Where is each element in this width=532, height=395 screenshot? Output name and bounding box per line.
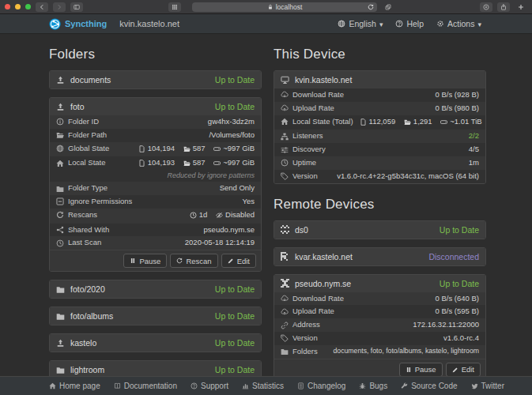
edit-button[interactable]: Edit <box>446 363 481 377</box>
folder-icon <box>56 285 65 294</box>
pause-button[interactable]: Pause <box>123 254 167 268</box>
status-badge: Disconnected <box>428 252 479 261</box>
home-icon <box>56 160 64 167</box>
back-button[interactable] <box>36 2 48 12</box>
url-text: localhost <box>276 3 303 11</box>
downloads-button[interactable] <box>480 2 492 12</box>
device-row-pseudo[interactable]: pseudo.nym.se Up to Date <box>274 275 485 292</box>
devices-column: This Device kvin.kastelo.net Download Ra… <box>274 42 486 395</box>
share-button[interactable] <box>497 2 510 12</box>
folder-panel-foto-2020: foto/2020 Up to Date <box>49 280 262 299</box>
device-row-kvar[interactable]: kvar.kastelo.net Disconnected <box>274 248 485 265</box>
browser-chrome: localhost <box>0 0 532 14</box>
pause-button[interactable]: Pause <box>399 363 443 377</box>
detail-row-folder-path: Folder Path /Volumes/foto <box>50 129 261 142</box>
device-panel-pseudo: pseudo.nym.se Up to Date Download Rate 0… <box>274 274 486 381</box>
sliders-icon <box>281 146 289 154</box>
syncthing-logo-icon <box>49 18 61 30</box>
forward-button[interactable] <box>53 2 66 12</box>
globe-icon <box>338 20 345 28</box>
lock-icon <box>267 4 274 10</box>
send-only-folder-icon <box>56 103 65 111</box>
bar-chart-icon <box>242 382 249 389</box>
home-icon <box>281 118 289 126</box>
home-icon <box>49 382 56 389</box>
remote-devices-section-title: Remote Devices <box>274 197 486 213</box>
clock-icon <box>56 239 64 247</box>
foto-panel-actions: Pause Rescan Edit <box>50 250 261 271</box>
footer-link-home-page[interactable]: Home page <box>49 382 100 390</box>
footer-link-twitter[interactable]: Twitter <box>471 382 504 390</box>
rescan-button[interactable]: Rescan <box>170 254 217 268</box>
new-window-button[interactable] <box>382 2 394 12</box>
pause-icon <box>130 258 136 264</box>
detail-row-discovery: Discovery 4/5 <box>274 143 485 156</box>
device-identicon <box>281 252 289 261</box>
cloud-upload-icon <box>281 104 289 112</box>
folder-row-kastelo[interactable]: kastelo Up to Date <box>50 334 261 352</box>
send-only-folder-icon <box>56 76 65 85</box>
reduced-note: Reduced by ignore patterns <box>132 171 255 180</box>
question-icon <box>395 20 403 28</box>
this-device-panel: kvin.kastelo.net Download Rate 0 B/s (92… <box>274 70 486 184</box>
sidebar-toggle-button[interactable] <box>70 2 83 12</box>
language-menu[interactable]: English <box>338 19 383 28</box>
detail-row-rescans: Rescans 1d Disabled <box>50 209 261 224</box>
status-badge: Up to Date <box>215 102 255 111</box>
pencil-icon <box>452 367 458 373</box>
detail-row-version: Version v1.6.0-rc.4 <box>274 332 485 345</box>
globe-icon <box>56 145 64 152</box>
detail-row-address: Address 172.16.32.11:22000 <box>274 318 485 332</box>
this-device-row[interactable]: kvin.kastelo.net <box>274 71 485 88</box>
close-window-button[interactable] <box>5 4 10 9</box>
tab-overview-button[interactable] <box>168 2 181 12</box>
syncthing-brand[interactable]: Syncthing <box>49 18 107 30</box>
folder-icon <box>56 312 65 321</box>
link-icon <box>281 322 289 329</box>
minimize-window-button[interactable] <box>15 4 21 9</box>
page-footer: Home page Documentation Support Statisti… <box>0 376 532 395</box>
help-menu[interactable]: Help <box>395 19 424 28</box>
detail-row-global-state: Global State 104,194 587 ~997 GiB <box>50 142 261 157</box>
new-tab-button[interactable] <box>515 2 527 12</box>
status-badge: Up to Date <box>440 279 479 288</box>
folder-icon <box>56 366 65 374</box>
detail-row-listeners: Listeners 2/2 <box>274 130 485 143</box>
footer-link-documentation[interactable]: Documentation <box>114 382 177 390</box>
footer-link-bugs[interactable]: Bugs <box>359 382 387 390</box>
folder-icon <box>183 145 191 152</box>
edit-button[interactable]: Edit <box>221 254 256 268</box>
status-badge: Up to Date <box>215 311 255 321</box>
folders-section-title: Folders <box>49 47 262 62</box>
caret-down-icon <box>379 19 383 28</box>
zoom-window-button[interactable] <box>25 4 31 9</box>
actions-menu[interactable]: Actions <box>436 19 481 28</box>
device-row-ds0[interactable]: ds0 Up to Date <box>274 221 485 239</box>
folder-panel-foto-albums: foto/albums Up to Date <box>49 307 262 325</box>
detail-row-local-state: Local State 104,193 587 ~997 GiB Reduced… <box>50 156 261 182</box>
tag-icon <box>281 334 289 342</box>
footer-link-statistics[interactable]: Statistics <box>242 382 284 390</box>
folder-row-foto-2020[interactable]: foto/2020 Up to Date <box>50 280 261 298</box>
detail-row-folders: Folders documents, foto, foto/albums, ka… <box>274 345 485 359</box>
folder-row-documents[interactable]: documents Up to Date <box>50 71 261 88</box>
device-identicon <box>281 279 289 288</box>
file-icon <box>360 118 367 126</box>
folders-column: Folders documents Up to Date foto Up to … <box>49 42 262 395</box>
footer-link-source-code[interactable]: Source Code <box>401 382 457 390</box>
address-bar[interactable]: localhost <box>192 2 377 12</box>
folder-row-foto-albums[interactable]: foto/albums Up to Date <box>50 307 261 325</box>
detail-row-last-scan: Last Scan 2020-05-18 12:14:19 <box>50 236 261 250</box>
file-icon <box>138 160 145 167</box>
folder-row-foto[interactable]: foto Up to Date <box>50 98 261 115</box>
gear-icon <box>436 20 444 28</box>
footer-link-changelog[interactable]: Changelog <box>297 382 345 390</box>
status-badge: Up to Date <box>215 338 255 348</box>
status-badge: Up to Date <box>215 75 255 85</box>
folder-icon <box>404 118 411 126</box>
footer-link-support[interactable]: Support <box>191 382 228 390</box>
reload-icon[interactable] <box>368 4 374 10</box>
book-icon <box>114 382 121 389</box>
folder-panel-kastelo: kastelo Up to Date <box>49 333 262 352</box>
detail-row-folder-type: Folder Type Send Only <box>50 182 261 195</box>
